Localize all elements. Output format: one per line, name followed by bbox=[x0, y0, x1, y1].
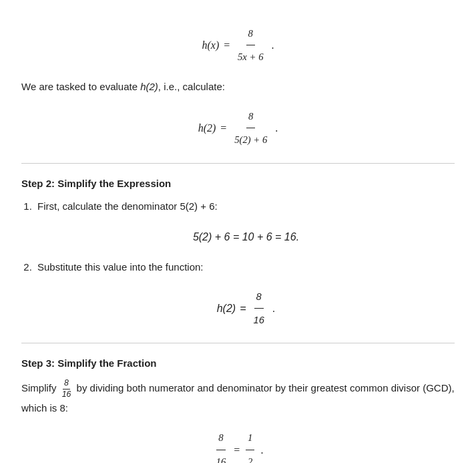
intro-text: We are tasked to evaluate h(2), i.e., ca… bbox=[21, 79, 455, 95]
h2-formula: h(2) = 8 5(2) + 6 . bbox=[21, 106, 455, 151]
h2-fraction: 8 5(2) + 6 bbox=[232, 106, 269, 151]
step3-text: Simplify 8 16 by dividing both numerator… bbox=[21, 378, 455, 416]
step3-fraction-left: 8 16 bbox=[214, 427, 228, 463]
step2-section: Step 2: Simplify the Expression First, c… bbox=[21, 176, 455, 331]
step2-item2: Substitute this value into the function:… bbox=[35, 259, 455, 331]
step3-result: 8 16 = 1 2 . bbox=[21, 427, 455, 463]
step3-fraction-right: 1 2 bbox=[246, 427, 254, 463]
step2-list: First, calculate the denominator 5(2) + … bbox=[35, 198, 455, 331]
divider-1 bbox=[21, 163, 455, 164]
formula-hx: h(x) bbox=[202, 33, 219, 57]
step3-section: Step 3: Simplify the Fraction Simplify 8… bbox=[21, 355, 455, 463]
h2-simplified-fraction: 8 16 bbox=[251, 286, 266, 331]
header-formula: h(x) = 8 5x + 6 . bbox=[21, 23, 455, 68]
step2-calc: 5(2) + 6 = 10 + 6 = 16. bbox=[37, 225, 455, 249]
step3-inline-fraction: 8 16 bbox=[61, 378, 73, 400]
formula-fraction: 8 5x + 6 bbox=[236, 23, 266, 68]
step3-heading: Step 3: Simplify the Fraction bbox=[21, 355, 455, 371]
step2-heading: Step 2: Simplify the Expression bbox=[21, 176, 455, 192]
divider-2 bbox=[21, 343, 455, 343]
step2-item1: First, calculate the denominator 5(2) + … bbox=[35, 198, 455, 249]
step2-substitute: h(2) = 8 16 . bbox=[37, 286, 455, 331]
